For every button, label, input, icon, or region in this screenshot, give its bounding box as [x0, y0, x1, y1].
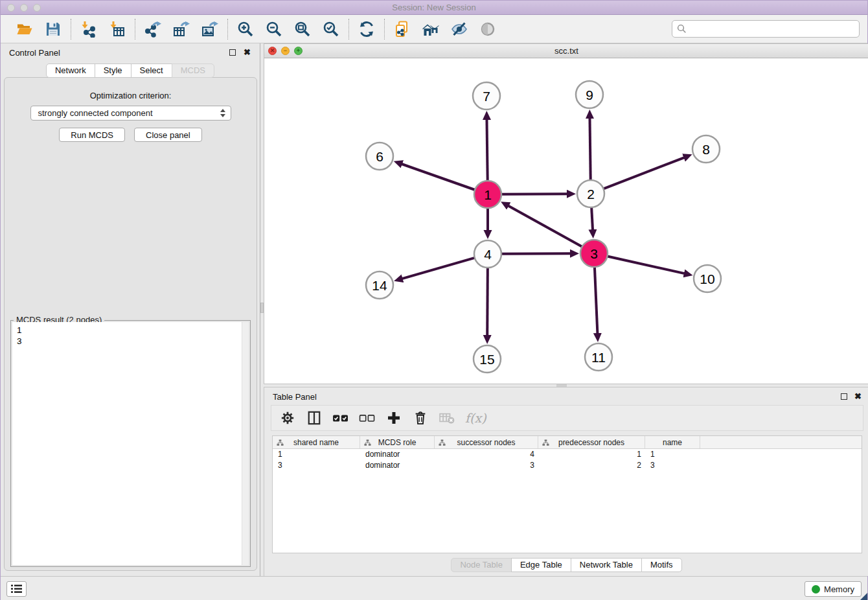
graph-node-label: 2 — [587, 187, 595, 202]
save-session-icon[interactable] — [44, 20, 62, 38]
import-network-icon[interactable] — [80, 20, 98, 38]
graph-edge-1-6[interactable] — [402, 164, 475, 190]
deselect-all-icon[interactable] — [359, 410, 376, 426]
network-window-title: scc.txt — [264, 46, 868, 56]
select-all-icon[interactable] — [332, 410, 349, 426]
table-row[interactable]: 1dominator411 — [273, 449, 862, 460]
node-table: shared nameMCDS rolesuccessor nodesprede… — [272, 435, 862, 553]
delete-icon[interactable] — [412, 410, 429, 426]
table-cell: 3 — [435, 460, 538, 471]
memory-label: Memory — [824, 584, 854, 594]
tab-network[interactable]: Network — [46, 63, 95, 78]
eye-slash-icon[interactable] — [450, 20, 468, 38]
column-label: name — [663, 438, 682, 447]
run-mcds-button[interactable]: Run MCDS — [59, 128, 125, 142]
tab-motifs[interactable]: Motifs — [641, 558, 682, 572]
graph-edge-2-8[interactable] — [604, 157, 685, 189]
export-image-icon[interactable] — [201, 20, 219, 38]
tree-icon — [277, 439, 284, 446]
refresh-icon[interactable] — [358, 20, 376, 38]
network-canvas[interactable]: 1234678910111415 — [264, 58, 868, 384]
table-cell: dominator — [360, 449, 435, 460]
column-label: shared name — [293, 438, 339, 447]
network-window-titlebar[interactable]: ✕ − + scc.txt — [264, 44, 868, 58]
graph-node-label: 8 — [702, 142, 710, 157]
copy-network-icon[interactable] — [393, 20, 411, 38]
table-header-row: shared nameMCDS rolesuccessor nodesprede… — [273, 436, 862, 449]
mcds-result-textarea[interactable]: 1 3 — [12, 322, 249, 565]
column-label: predecessor nodes — [558, 438, 624, 447]
search-input[interactable] — [687, 23, 859, 36]
zoom-out-icon[interactable] — [265, 20, 283, 38]
graph-node-label: 15 — [479, 352, 494, 367]
graph-edge-2-9[interactable] — [589, 118, 590, 180]
home-icon[interactable] — [422, 20, 440, 38]
open-session-icon[interactable] — [16, 20, 34, 38]
column-header-name[interactable]: name — [645, 436, 700, 448]
graph-edge-3-1[interactable] — [508, 205, 582, 246]
graph-node-label: 6 — [376, 149, 383, 164]
tab-node-table[interactable]: Node Table — [451, 558, 512, 572]
tab-network-table[interactable]: Network Table — [571, 558, 642, 572]
export-network-icon[interactable] — [144, 20, 162, 38]
zoom-in-icon[interactable] — [236, 20, 255, 38]
graph-node-label: 7 — [483, 89, 490, 104]
table-cell: dominator — [360, 460, 435, 471]
float-panel-icon[interactable] — [229, 49, 236, 56]
tab-mcds[interactable]: MCDS — [172, 63, 214, 78]
zoom-fit-icon[interactable] — [293, 20, 312, 38]
graph-edge-3-11[interactable] — [595, 267, 598, 334]
graph-edge-1-7[interactable] — [486, 119, 487, 181]
close-panel-button[interactable]: Close panel — [134, 128, 202, 142]
table-panel: Table Panel ✖ — [264, 387, 868, 576]
function-icon: f(x) — [465, 411, 486, 425]
graph-edge-3-10[interactable] — [607, 257, 684, 274]
column-header-shared-name[interactable]: shared name — [273, 436, 360, 448]
main-toolbar — [1, 15, 867, 43]
table-body: 1dominator4113dominator323 — [273, 449, 862, 471]
table-cell: 4 — [435, 449, 538, 460]
table-cell: 1 — [538, 449, 645, 460]
control-panel-tabs: NetworkStyleSelectMCDS — [1, 63, 260, 78]
table-row[interactable]: 3dominator323 — [273, 460, 862, 471]
import-table-icon[interactable] — [108, 20, 126, 38]
graph-node-label: 9 — [586, 87, 593, 102]
zoom-selected-icon[interactable] — [322, 20, 340, 38]
settings-gear-icon[interactable] — [279, 410, 296, 426]
tab-style[interactable]: Style — [95, 63, 131, 78]
graph-edge-4-15[interactable] — [487, 268, 488, 336]
optimization-select[interactable]: strongly connected component — [30, 106, 231, 121]
tab-edge-table[interactable]: Edge Table — [511, 558, 571, 572]
graph-edge-4-14[interactable] — [402, 258, 475, 279]
network-canvas-svg: 1234678910111415 — [264, 58, 868, 384]
tab-select[interactable]: Select — [131, 63, 172, 78]
column-header-successor-nodes[interactable]: successor nodes — [435, 436, 538, 448]
export-table-icon[interactable] — [172, 20, 190, 38]
table-toolbar: f(x) — [271, 405, 863, 431]
mcds-result-group: MCDS result (2 nodes) 1 3 — [10, 320, 251, 567]
graph-node-label: 4 — [484, 247, 492, 262]
control-panel: Control Panel ✖ NetworkStyleSelectMCDS O… — [1, 43, 260, 576]
close-panel-icon[interactable]: ✖ — [244, 47, 251, 57]
optimization-value: strongly connected component — [38, 108, 220, 118]
graph-edge-4-3[interactable] — [501, 253, 571, 254]
table-cell: 3 — [273, 460, 360, 471]
list-icon — [11, 584, 22, 594]
task-list-button[interactable] — [6, 581, 27, 597]
resize-grip[interactable] — [860, 593, 867, 600]
scrollbar[interactable] — [242, 322, 249, 565]
graph-edge-2-3[interactable] — [591, 207, 593, 230]
close-panel-icon[interactable]: ✖ — [854, 391, 862, 401]
float-panel-icon[interactable] — [841, 393, 847, 400]
table-cell: 1 — [273, 449, 360, 460]
column-header-predecessor-nodes[interactable]: predecessor nodes — [538, 436, 645, 448]
add-column-icon[interactable] — [385, 410, 402, 426]
split-panel-icon[interactable] — [306, 410, 323, 426]
column-header-mcds-role[interactable]: MCDS role — [360, 436, 435, 448]
graph-edge-1-2[interactable] — [501, 194, 567, 194]
memory-button[interactable]: Memory — [805, 581, 862, 597]
title-bar: Session: New Session — [1, 1, 867, 15]
column-label: successor nodes — [457, 438, 515, 447]
table-panel-title: Table Panel — [273, 392, 317, 402]
eye-disabled-icon[interactable] — [479, 20, 497, 38]
